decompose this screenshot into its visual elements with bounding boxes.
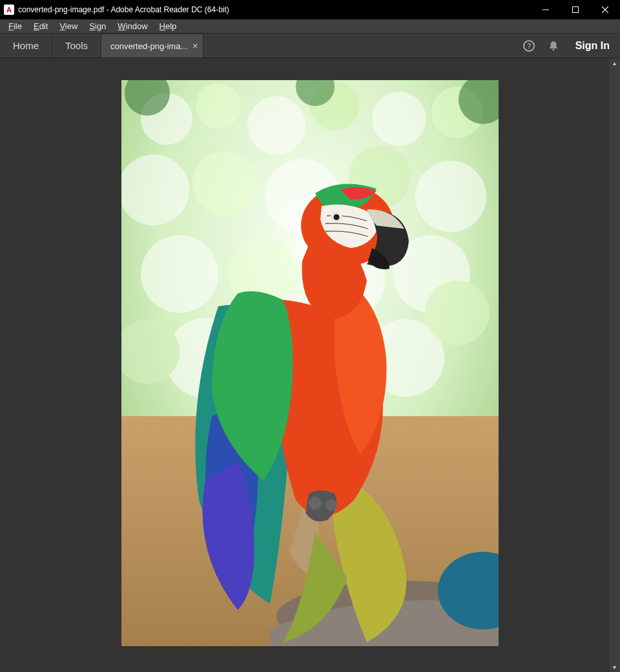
svg-point-33 (309, 497, 322, 510)
tab-home[interactable]: Home (0, 34, 52, 58)
menu-file[interactable]: File (3, 21, 28, 32)
pdf-page (121, 80, 499, 646)
parrot-image (121, 80, 499, 646)
menu-window[interactable]: Window (112, 21, 153, 32)
svg-text:?: ? (527, 42, 531, 50)
svg-point-6 (552, 49, 554, 51)
tab-bar: Home Tools converted-png-ima... × ? Sign… (0, 34, 620, 58)
svg-point-9 (196, 83, 241, 129)
document-viewport[interactable]: ▴ ▾ (0, 58, 620, 672)
window-title: converted-png-image.pdf - Adobe Acrobat … (18, 5, 229, 14)
menu-edit[interactable]: Edit (28, 21, 54, 32)
menu-view[interactable]: View (54, 21, 83, 32)
svg-point-14 (121, 154, 189, 226)
close-button[interactable] (590, 0, 620, 19)
tab-tools[interactable]: Tools (52, 34, 101, 58)
menu-help[interactable]: Help (154, 21, 183, 32)
tab-document-label: converted-png-ima... (110, 41, 187, 51)
sign-in-button[interactable]: Sign In (572, 40, 614, 52)
svg-point-15 (192, 151, 257, 216)
svg-point-18 (415, 161, 486, 232)
svg-point-19 (141, 235, 218, 313)
svg-point-10 (247, 96, 305, 154)
scroll-down-arrow[interactable]: ▾ (613, 662, 616, 672)
tab-document[interactable]: converted-png-ima... × (101, 34, 203, 58)
svg-point-25 (425, 280, 490, 345)
svg-point-34 (326, 499, 337, 511)
menu-sign[interactable]: Sign (83, 21, 112, 32)
svg-point-37 (334, 215, 340, 220)
vertical-scrollbar[interactable]: ▴ ▾ (609, 58, 620, 672)
minimize-button[interactable] (531, 0, 561, 19)
notifications-icon[interactable] (547, 39, 560, 52)
window-titlebar: A converted-png-image.pdf - Adobe Acroba… (0, 0, 620, 19)
tab-close-icon[interactable]: × (192, 41, 198, 50)
maximize-button[interactable] (561, 0, 590, 19)
svg-rect-1 (573, 7, 579, 13)
menu-bar: File Edit View Sign Window Help (0, 19, 620, 34)
help-icon[interactable]: ? (522, 39, 535, 52)
scroll-up-arrow[interactable]: ▴ (613, 58, 616, 68)
svg-point-12 (372, 92, 426, 146)
app-icon: A (4, 5, 14, 15)
